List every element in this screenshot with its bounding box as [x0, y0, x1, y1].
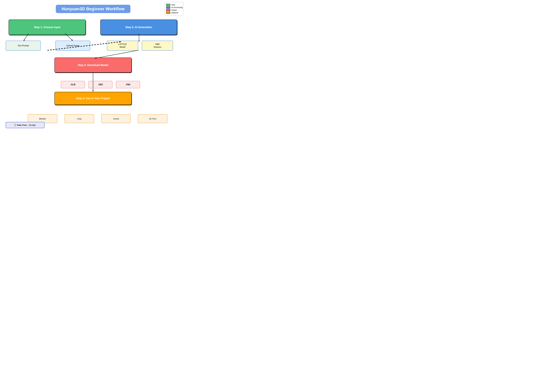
node-format-fbx: .FBX: [116, 81, 140, 88]
node-step2-ai-generation: Step 2: AI Generation: [100, 20, 177, 35]
node-format-glb: .GLB: [61, 81, 85, 88]
legend-item-start: Start: [166, 4, 182, 6]
node-format-obj: .OBJ: [88, 81, 112, 88]
legend-swatch-start: [166, 4, 170, 6]
node-upload-image: Upload Image: [55, 41, 90, 51]
total-time-callout: Total Time: ~10 min: [6, 122, 44, 128]
node-step3-download-model: Step 3: Download Model: [54, 57, 132, 73]
diagram-title: Hunyuan3D Beginner Workflow: [56, 5, 130, 13]
node-app-unreal: Unreal: [101, 114, 131, 123]
node-step1-choose-input: Step 1: Choose Input: [9, 20, 86, 35]
lattice-line1: LATTICE: [118, 43, 127, 46]
arrow-outputs-to-step3: [95, 50, 139, 58]
node-app-blender: Blender: [28, 114, 57, 123]
legend-swatch-ai-processing: [166, 7, 170, 9]
node-step4-use-in-project: Step 4: Use in Your Project: [54, 92, 132, 105]
total-time-label: Total Time: ~10 min: [17, 124, 36, 126]
legend-item-optional: Optional: [166, 12, 182, 14]
node-app-3d-print: 3D Print: [138, 114, 167, 123]
clock-missing-glyph-icon: [14, 124, 16, 126]
legend-label: AI Processing: [171, 6, 183, 9]
pbr-line2: Textures: [153, 46, 161, 49]
legend-label: Start: [171, 4, 175, 6]
lattice-line2: Model: [120, 46, 125, 49]
node-text-prompt: Text Prompt: [6, 41, 41, 51]
node-lattice-model: LATTICE Model: [107, 41, 138, 51]
legend-label: Optional: [171, 12, 178, 14]
legend-item-ai-processing: AI Processing: [166, 6, 182, 9]
node-app-unity: Unity: [65, 114, 94, 123]
workflow-diagram: Hunyuan3D Beginner Workflow Start AI Pro…: [0, 0, 184, 131]
legend-label: Output: [171, 9, 177, 11]
pbr-line1: PBR: [155, 43, 160, 46]
legend-item-output: Output: [166, 9, 182, 11]
legend-swatch-optional: [166, 12, 170, 14]
legend-swatch-output: [166, 9, 170, 11]
legend: Start AI Processing Output Optional: [165, 2, 183, 16]
node-pbr-textures: PBR Textures: [142, 41, 173, 51]
